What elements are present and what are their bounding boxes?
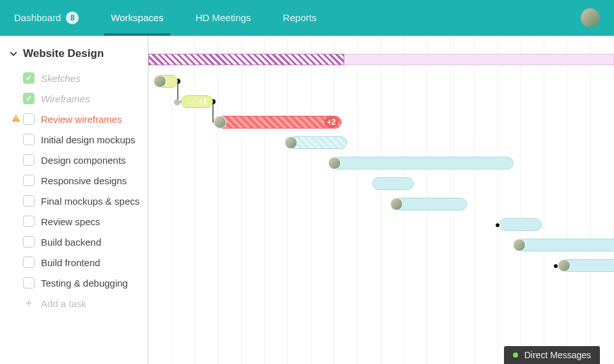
task-checkbox[interactable] xyxy=(23,93,35,104)
task-checkbox[interactable] xyxy=(23,113,35,125)
user-avatar[interactable] xyxy=(581,8,600,28)
task-label: Testing & debugging xyxy=(41,278,128,289)
task-label: Final mockups & specs xyxy=(41,196,139,207)
task-item[interactable]: Sketches xyxy=(9,68,141,88)
gantt-bar[interactable] xyxy=(390,198,467,210)
gantt-bar[interactable] xyxy=(328,157,514,170)
svg-rect-1 xyxy=(15,116,16,119)
gantt-summary-remaining xyxy=(344,54,614,65)
task-checkbox[interactable] xyxy=(23,134,35,145)
nav-item-workspaces[interactable]: Workspaces xyxy=(111,0,163,36)
task-checkbox[interactable] xyxy=(23,236,35,248)
task-label: Review wireframes xyxy=(41,114,122,125)
task-item[interactable]: Build frontend xyxy=(9,252,141,273)
lead-dot-icon xyxy=(174,99,180,106)
task-item[interactable]: Final mockups & specs xyxy=(9,191,141,211)
task-item[interactable]: Testing & debugging xyxy=(9,273,141,293)
nav-label: HD Meetings xyxy=(196,0,251,36)
nav-item-hdmeetings[interactable]: HD Meetings xyxy=(196,0,251,36)
task-item[interactable]: Wireframes xyxy=(9,88,141,109)
assignee-avatar[interactable] xyxy=(154,75,166,88)
task-label: Sketches xyxy=(41,73,81,84)
gantt-summary-bar xyxy=(148,54,614,65)
gantt-columns xyxy=(148,36,614,364)
lead-dot-icon xyxy=(494,222,501,228)
overflow-badge: +1 xyxy=(196,96,210,107)
task-checkbox[interactable] xyxy=(23,277,35,289)
gantt-chart[interactable]: +1+2 xyxy=(148,36,614,364)
task-icon-slot xyxy=(9,114,23,125)
task-checkbox[interactable] xyxy=(23,72,35,84)
direct-messages-label: Direct Messages xyxy=(524,350,591,360)
assignee-avatar[interactable] xyxy=(513,239,526,251)
task-label: Build backend xyxy=(41,237,101,248)
direct-messages-button[interactable]: Direct Messages xyxy=(504,346,600,364)
task-checkbox[interactable] xyxy=(23,175,35,186)
add-task-row[interactable]: +Add a task xyxy=(9,293,141,313)
add-task-label: Add a task xyxy=(41,298,86,309)
task-checkbox[interactable] xyxy=(23,257,35,268)
nav-item-reports[interactable]: Reports xyxy=(283,0,317,36)
task-list: SketchesWireframesReview wireframesIniti… xyxy=(9,68,141,313)
task-label: Wireframes xyxy=(41,93,90,104)
task-checkbox[interactable] xyxy=(23,154,35,166)
workspace-body: Website Design SketchesWireframesReview … xyxy=(0,36,614,364)
task-item[interactable]: Review specs xyxy=(9,211,141,232)
nav-label: Dashboard xyxy=(14,0,61,36)
nav-badge: 8 xyxy=(66,12,79,24)
plus-icon: + xyxy=(23,297,35,310)
overflow-badge: +2 xyxy=(324,116,338,128)
assignee-avatar[interactable] xyxy=(214,116,226,129)
project-header[interactable]: Website Design xyxy=(9,47,141,60)
gantt-bar[interactable] xyxy=(513,239,614,251)
task-item[interactable]: Design components xyxy=(9,150,141,170)
project-title: Website Design xyxy=(23,47,104,60)
assignee-avatar[interactable] xyxy=(558,259,571,272)
sidebar: Website Design SketchesWireframesReview … xyxy=(0,36,148,364)
task-label: Build frontend xyxy=(41,257,100,268)
task-item[interactable]: Build backend xyxy=(9,232,141,252)
gantt-bar[interactable]: +1 xyxy=(181,95,213,108)
status-dot-icon xyxy=(513,352,518,358)
task-label: Design components xyxy=(41,155,126,166)
task-label: Responsive designs xyxy=(41,175,127,186)
gantt-bar[interactable] xyxy=(372,177,414,190)
assignee-avatar[interactable] xyxy=(285,136,297,149)
top-nav: Dashboard 8 Workspaces HD Meetings Repor… xyxy=(0,0,614,36)
task-item[interactable]: Review wireframes xyxy=(9,109,141,129)
task-label: Review specs xyxy=(41,216,100,227)
svg-rect-2 xyxy=(15,120,16,120)
nav-label: Workspaces xyxy=(111,0,163,36)
warning-icon xyxy=(12,114,20,125)
task-checkbox[interactable] xyxy=(23,195,35,207)
task-label: Initial design mockups xyxy=(41,134,136,145)
task-item[interactable]: Responsive designs xyxy=(9,170,141,191)
nav-item-dashboard[interactable]: Dashboard 8 xyxy=(14,0,79,36)
task-item[interactable]: Initial design mockups xyxy=(9,129,141,150)
task-checkbox[interactable] xyxy=(23,216,35,227)
assignee-avatar[interactable] xyxy=(328,157,341,170)
gantt-bar[interactable] xyxy=(285,136,347,149)
gantt-bar[interactable] xyxy=(500,218,542,231)
gantt-summary-done xyxy=(148,54,344,65)
gantt-bar[interactable] xyxy=(154,75,178,88)
nav-label: Reports xyxy=(283,0,317,36)
gantt-bar[interactable] xyxy=(558,259,614,272)
assignee-avatar[interactable] xyxy=(390,198,403,210)
gantt-bar[interactable]: +2 xyxy=(214,116,342,129)
chevron-down-icon[interactable] xyxy=(9,50,18,58)
